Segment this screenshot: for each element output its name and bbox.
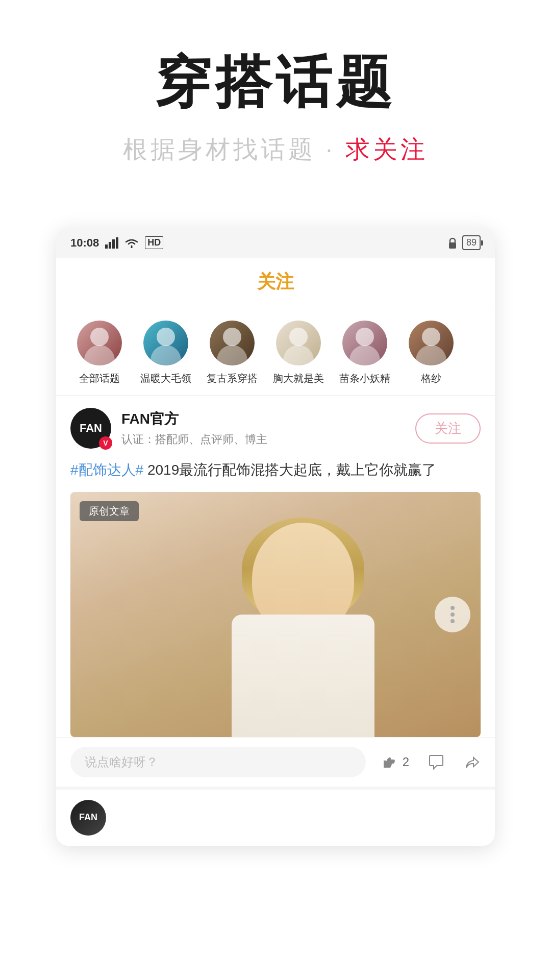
post-image[interactable]: 原创文章 bbox=[70, 492, 481, 737]
topic-avatar-2 bbox=[143, 321, 188, 365]
svg-rect-3 bbox=[116, 237, 118, 249]
bottom-fan-text: FAN bbox=[79, 812, 97, 823]
hd-label: HD bbox=[145, 236, 163, 249]
user-info-row: FAN V FAN官方 认证：搭配师、点评师、博主 关注 bbox=[70, 408, 481, 449]
like-count: 2 bbox=[403, 755, 409, 769]
svg-rect-4 bbox=[449, 242, 456, 249]
topic-avatar-3 bbox=[210, 321, 255, 365]
hero-subtitle-static: 根据身材找话题 bbox=[123, 136, 316, 163]
comment-action[interactable] bbox=[428, 753, 445, 771]
topic-avatar-1 bbox=[77, 321, 122, 365]
topic-avatar-6 bbox=[409, 321, 454, 365]
hero-section: 穿搭话题 根据身材找话题 · 求关注 bbox=[0, 0, 551, 197]
comment-icon bbox=[428, 753, 445, 771]
topic-item-2[interactable]: 温暖大毛领 bbox=[133, 321, 199, 385]
wifi-icon bbox=[124, 238, 139, 248]
svg-rect-0 bbox=[105, 244, 108, 249]
nav-label: 关注 bbox=[257, 271, 294, 292]
action-icons: 2 bbox=[381, 753, 481, 771]
post-content: #配饰达人# 2019最流行配饰混搭大起底，戴上它你就赢了 bbox=[70, 459, 481, 482]
follow-button[interactable]: 关注 bbox=[415, 413, 481, 444]
dot-1 bbox=[450, 606, 455, 610]
badge-label: V bbox=[103, 439, 108, 447]
like-action[interactable]: 2 bbox=[381, 753, 409, 771]
share-icon bbox=[463, 753, 481, 771]
topic-item-5[interactable]: 苗条小妖精 bbox=[332, 321, 398, 385]
dot-3 bbox=[450, 619, 455, 623]
hero-subtitle-highlight: 求关注 bbox=[345, 136, 428, 163]
nav-header: 关注 bbox=[56, 258, 495, 306]
topic-label-4: 胸大就是美 bbox=[273, 372, 324, 385]
user-avatar[interactable]: FAN V bbox=[70, 408, 111, 449]
topic-item-1[interactable]: 全部话题 bbox=[66, 321, 133, 385]
topic-avatar-5 bbox=[342, 321, 387, 365]
battery-level: 89 bbox=[466, 237, 477, 248]
status-time: 10:08 bbox=[70, 236, 99, 250]
status-bar-left: 10:08 HD bbox=[70, 236, 163, 250]
fan-logo-text: FAN bbox=[80, 423, 102, 434]
status-bar: 10:08 HD 89 bbox=[56, 227, 495, 258]
svg-rect-2 bbox=[112, 239, 115, 249]
user-text-info: FAN官方 认证：搭配师、点评师、博主 bbox=[121, 409, 415, 447]
topic-item-6[interactable]: 格纱 bbox=[398, 321, 464, 385]
comment-input[interactable]: 说点啥好呀？ bbox=[70, 747, 366, 777]
image-action-button[interactable] bbox=[435, 597, 470, 632]
post-text: 2019最流行配饰混搭大起底，戴上它你就赢了 bbox=[147, 462, 436, 478]
topic-label-5: 苗条小妖精 bbox=[339, 372, 390, 385]
svg-rect-1 bbox=[109, 242, 111, 249]
bottom-partial: FAN bbox=[56, 787, 495, 846]
image-figure bbox=[211, 512, 425, 737]
topics-row: 全部话题 温暖大毛领 复古系穿搭 胸大就是美 苗条小妖精 bbox=[56, 306, 495, 396]
post-tag[interactable]: #配饰达人# bbox=[70, 462, 143, 478]
bottom-user-avatar[interactable]: FAN bbox=[70, 800, 106, 836]
dots-icon bbox=[450, 606, 455, 623]
original-tag: 原创文章 bbox=[80, 501, 139, 521]
user-post: FAN V FAN官方 认证：搭配师、点评师、博主 关注 #配饰达人# 2019… bbox=[56, 396, 495, 737]
post-image-bg: 原创文章 bbox=[70, 492, 481, 737]
topic-label-6: 格纱 bbox=[421, 372, 441, 385]
topic-label-3: 复古系穿搭 bbox=[207, 372, 258, 385]
share-action[interactable] bbox=[463, 753, 481, 771]
topic-avatar-4 bbox=[276, 321, 321, 365]
topic-item-4[interactable]: 胸大就是美 bbox=[265, 321, 332, 385]
dot-2 bbox=[450, 612, 455, 617]
phone-mockup: 10:08 HD 89 bbox=[56, 227, 495, 846]
like-icon bbox=[381, 753, 398, 771]
status-bar-right: 89 bbox=[448, 235, 481, 250]
action-bar: 说点啥好呀？ 2 bbox=[56, 737, 495, 787]
hero-title: 穿搭话题 bbox=[31, 51, 520, 113]
hero-subtitle: 根据身材找话题 · 求关注 bbox=[31, 133, 520, 166]
user-certification: 认证：搭配师、点评师、博主 bbox=[121, 432, 415, 447]
lock-icon bbox=[448, 237, 457, 249]
hero-subtitle-separator: · bbox=[325, 136, 335, 163]
topic-item-3[interactable]: 复古系穿搭 bbox=[199, 321, 265, 385]
user-name: FAN官方 bbox=[121, 409, 415, 429]
battery-icon: 89 bbox=[462, 235, 481, 250]
signal-icon bbox=[105, 237, 118, 249]
verified-badge: V bbox=[99, 436, 112, 450]
figure-body bbox=[232, 615, 374, 737]
topic-label-1: 全部话题 bbox=[79, 372, 120, 385]
topic-label-2: 温暖大毛领 bbox=[140, 372, 191, 385]
